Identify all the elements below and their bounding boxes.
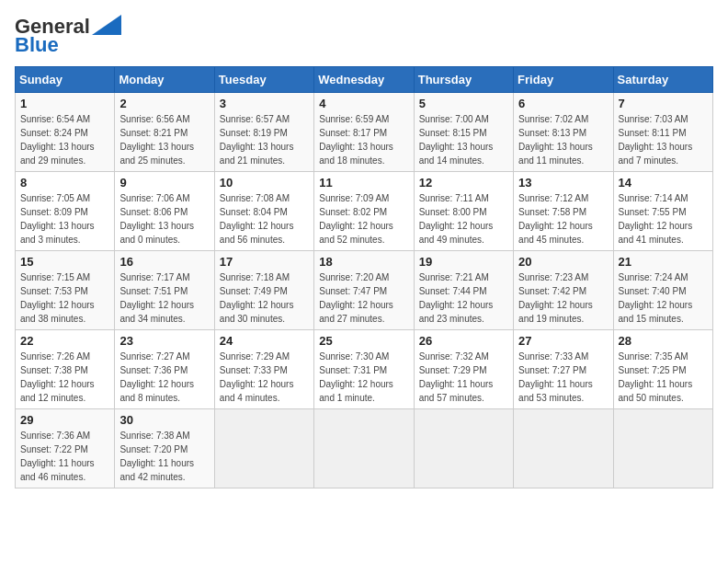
calendar-cell: 25Sunrise: 7:30 AM Sunset: 7:31 PM Dayli… — [314, 330, 414, 409]
day-detail: Sunrise: 7:23 AM Sunset: 7:42 PM Dayligh… — [518, 270, 608, 326]
day-number: 9 — [119, 176, 209, 190]
calendar-cell: 16Sunrise: 7:17 AM Sunset: 7:51 PM Dayli… — [115, 251, 214, 330]
day-number: 1 — [20, 97, 109, 110]
day-number: 6 — [518, 97, 608, 110]
day-detail: Sunrise: 7:14 AM Sunset: 7:55 PM Dayligh… — [619, 191, 708, 247]
calendar-cell: 30Sunrise: 7:38 AM Sunset: 7:20 PM Dayli… — [115, 409, 214, 488]
day-detail: Sunrise: 7:17 AM Sunset: 7:51 PM Dayligh… — [119, 270, 209, 326]
weekday-header: Saturday — [613, 67, 712, 93]
day-detail: Sunrise: 7:18 AM Sunset: 7:49 PM Dayligh… — [220, 270, 309, 326]
weekday-header: Sunday — [16, 67, 115, 93]
calendar-cell: 11Sunrise: 7:09 AM Sunset: 8:02 PM Dayli… — [314, 172, 414, 251]
day-number: 29 — [20, 413, 109, 427]
calendar-cell: 28Sunrise: 7:35 AM Sunset: 7:25 PM Dayli… — [613, 330, 712, 409]
day-detail: Sunrise: 7:11 AM Sunset: 8:00 PM Dayligh… — [419, 191, 508, 247]
calendar-cell: 21Sunrise: 7:24 AM Sunset: 7:40 PM Dayli… — [613, 251, 712, 330]
day-number: 20 — [518, 255, 608, 269]
calendar-week-row: 29Sunrise: 7:36 AM Sunset: 7:22 PM Dayli… — [16, 409, 713, 488]
day-detail: Sunrise: 7:35 AM Sunset: 7:25 PM Dayligh… — [619, 350, 708, 405]
day-number: 12 — [419, 176, 508, 190]
day-detail: Sunrise: 7:05 AM Sunset: 8:09 PM Dayligh… — [20, 191, 109, 247]
calendar-cell: 14Sunrise: 7:14 AM Sunset: 7:55 PM Dayli… — [613, 172, 712, 251]
day-detail: Sunrise: 7:36 AM Sunset: 7:22 PM Dayligh… — [20, 429, 109, 484]
day-detail: Sunrise: 7:06 AM Sunset: 8:06 PM Dayligh… — [119, 191, 209, 247]
calendar-cell: 18Sunrise: 7:20 AM Sunset: 7:47 PM Dayli… — [314, 251, 414, 330]
day-detail: Sunrise: 7:26 AM Sunset: 7:38 PM Dayligh… — [20, 350, 109, 405]
day-detail: Sunrise: 7:03 AM Sunset: 8:11 PM Dayligh… — [619, 112, 708, 167]
calendar-cell — [414, 409, 513, 488]
day-detail: Sunrise: 7:33 AM Sunset: 7:27 PM Dayligh… — [518, 350, 608, 405]
calendar-cell — [214, 409, 313, 488]
day-number: 25 — [319, 334, 408, 348]
calendar-cell: 22Sunrise: 7:26 AM Sunset: 7:38 PM Dayli… — [16, 330, 115, 409]
day-detail: Sunrise: 7:09 AM Sunset: 8:02 PM Dayligh… — [319, 191, 408, 247]
day-detail: Sunrise: 7:38 AM Sunset: 7:20 PM Dayligh… — [119, 429, 209, 484]
day-number: 30 — [119, 413, 209, 427]
weekday-row: SundayMondayTuesdayWednesdayThursdayFrid… — [16, 67, 713, 93]
calendar-cell: 20Sunrise: 7:23 AM Sunset: 7:42 PM Dayli… — [514, 251, 613, 330]
day-number: 17 — [220, 255, 309, 269]
calendar-cell: 19Sunrise: 7:21 AM Sunset: 7:44 PM Dayli… — [414, 251, 513, 330]
calendar-cell: 5Sunrise: 7:00 AM Sunset: 8:15 PM Daylig… — [414, 93, 513, 172]
day-detail: Sunrise: 6:56 AM Sunset: 8:21 PM Dayligh… — [119, 112, 209, 167]
day-detail: Sunrise: 7:24 AM Sunset: 7:40 PM Dayligh… — [619, 270, 708, 326]
day-detail: Sunrise: 7:02 AM Sunset: 8:13 PM Dayligh… — [518, 112, 608, 167]
day-number: 28 — [619, 334, 708, 348]
day-number: 26 — [419, 334, 508, 348]
day-number: 5 — [419, 97, 508, 110]
day-number: 16 — [119, 255, 209, 269]
day-detail: Sunrise: 7:15 AM Sunset: 7:53 PM Dayligh… — [20, 270, 109, 326]
weekday-header: Wednesday — [314, 67, 414, 93]
day-detail: Sunrise: 7:00 AM Sunset: 8:15 PM Dayligh… — [419, 112, 508, 167]
calendar-cell: 29Sunrise: 7:36 AM Sunset: 7:22 PM Dayli… — [16, 409, 115, 488]
day-number: 27 — [518, 334, 608, 348]
calendar-cell: 13Sunrise: 7:12 AM Sunset: 7:58 PM Dayli… — [514, 172, 613, 251]
day-number: 22 — [20, 334, 109, 348]
calendar-week-row: 22Sunrise: 7:26 AM Sunset: 7:38 PM Dayli… — [16, 330, 713, 409]
day-number: 18 — [319, 255, 408, 269]
day-detail: Sunrise: 7:08 AM Sunset: 8:04 PM Dayligh… — [220, 191, 309, 247]
weekday-header: Monday — [115, 67, 214, 93]
day-detail: Sunrise: 6:54 AM Sunset: 8:24 PM Dayligh… — [20, 112, 109, 167]
calendar-cell: 8Sunrise: 7:05 AM Sunset: 8:09 PM Daylig… — [16, 172, 115, 251]
calendar-week-row: 8Sunrise: 7:05 AM Sunset: 8:09 PM Daylig… — [16, 172, 713, 251]
calendar-cell: 6Sunrise: 7:02 AM Sunset: 8:13 PM Daylig… — [514, 93, 613, 172]
day-number: 23 — [119, 334, 209, 348]
day-number: 19 — [419, 255, 508, 269]
day-detail: Sunrise: 7:32 AM Sunset: 7:29 PM Dayligh… — [419, 350, 508, 405]
calendar-cell: 15Sunrise: 7:15 AM Sunset: 7:53 PM Dayli… — [16, 251, 115, 330]
day-number: 15 — [20, 255, 109, 269]
calendar-cell: 17Sunrise: 7:18 AM Sunset: 7:49 PM Dayli… — [214, 251, 313, 330]
day-detail: Sunrise: 6:59 AM Sunset: 8:17 PM Dayligh… — [319, 112, 408, 167]
day-detail: Sunrise: 7:27 AM Sunset: 7:36 PM Dayligh… — [119, 350, 209, 405]
calendar-cell — [514, 409, 613, 488]
day-detail: Sunrise: 7:20 AM Sunset: 7:47 PM Dayligh… — [319, 270, 408, 326]
day-detail: Sunrise: 7:12 AM Sunset: 7:58 PM Dayligh… — [518, 191, 608, 247]
calendar-cell: 24Sunrise: 7:29 AM Sunset: 7:33 PM Dayli… — [214, 330, 313, 409]
calendar-cell: 10Sunrise: 7:08 AM Sunset: 8:04 PM Dayli… — [214, 172, 313, 251]
day-number: 13 — [518, 176, 608, 190]
day-number: 21 — [619, 255, 708, 269]
calendar-cell: 7Sunrise: 7:03 AM Sunset: 8:11 PM Daylig… — [613, 93, 712, 172]
day-number: 14 — [619, 176, 708, 190]
calendar-cell: 12Sunrise: 7:11 AM Sunset: 8:00 PM Dayli… — [414, 172, 513, 251]
day-number: 8 — [20, 176, 109, 190]
calendar-body: 1Sunrise: 6:54 AM Sunset: 8:24 PM Daylig… — [16, 93, 713, 488]
day-number: 11 — [319, 176, 408, 190]
page-header: General Blue — [15, 15, 713, 57]
calendar-table: SundayMondayTuesdayWednesdayThursdayFrid… — [15, 66, 713, 488]
day-number: 3 — [220, 97, 309, 110]
svg-marker-0 — [92, 15, 121, 35]
day-number: 4 — [319, 97, 408, 110]
day-detail: Sunrise: 6:57 AM Sunset: 8:19 PM Dayligh… — [220, 112, 309, 167]
calendar-cell: 26Sunrise: 7:32 AM Sunset: 7:29 PM Dayli… — [414, 330, 513, 409]
logo-blue-text: Blue — [15, 33, 59, 57]
calendar-cell: 23Sunrise: 7:27 AM Sunset: 7:36 PM Dayli… — [115, 330, 214, 409]
calendar-cell: 1Sunrise: 6:54 AM Sunset: 8:24 PM Daylig… — [16, 93, 115, 172]
day-detail: Sunrise: 7:30 AM Sunset: 7:31 PM Dayligh… — [319, 350, 408, 405]
weekday-header: Tuesday — [214, 67, 313, 93]
day-number: 24 — [220, 334, 309, 348]
calendar-header: SundayMondayTuesdayWednesdayThursdayFrid… — [16, 67, 713, 93]
calendar-cell — [314, 409, 414, 488]
calendar-week-row: 15Sunrise: 7:15 AM Sunset: 7:53 PM Dayli… — [16, 251, 713, 330]
